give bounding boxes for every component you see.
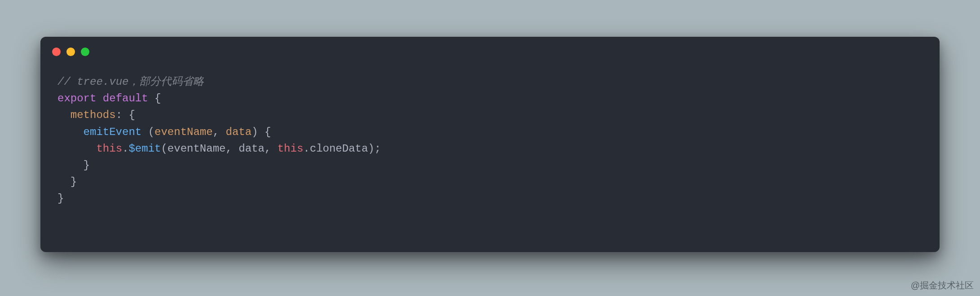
zoom-icon[interactable] — [81, 48, 89, 56]
close-icon[interactable] — [52, 48, 61, 56]
arg-eventname: eventName — [168, 143, 226, 155]
code-block: // tree.vue，部分代码省略 export default { meth… — [57, 74, 381, 207]
kw-this: this — [278, 143, 304, 155]
kw-default: default — [103, 92, 148, 104]
fn-emitevent: emitEvent — [84, 126, 142, 138]
code-comment: // tree.vue，部分代码省略 — [57, 76, 204, 88]
code-window: // tree.vue，部分代码省略 export default { meth… — [40, 37, 940, 252]
fn-emit: $emit — [128, 143, 161, 155]
kw-export: export — [57, 92, 96, 104]
param-data: data — [225, 126, 252, 138]
window-controls — [52, 48, 89, 56]
kw-this: this — [96, 143, 122, 155]
methods-key: methods — [71, 109, 116, 121]
minimize-icon[interactable] — [66, 48, 75, 56]
arg-data: data — [238, 143, 265, 155]
param-eventname: eventName — [155, 126, 213, 138]
watermark: @掘金技术社区 — [911, 279, 974, 292]
prop-clonedata: cloneData — [310, 143, 368, 155]
